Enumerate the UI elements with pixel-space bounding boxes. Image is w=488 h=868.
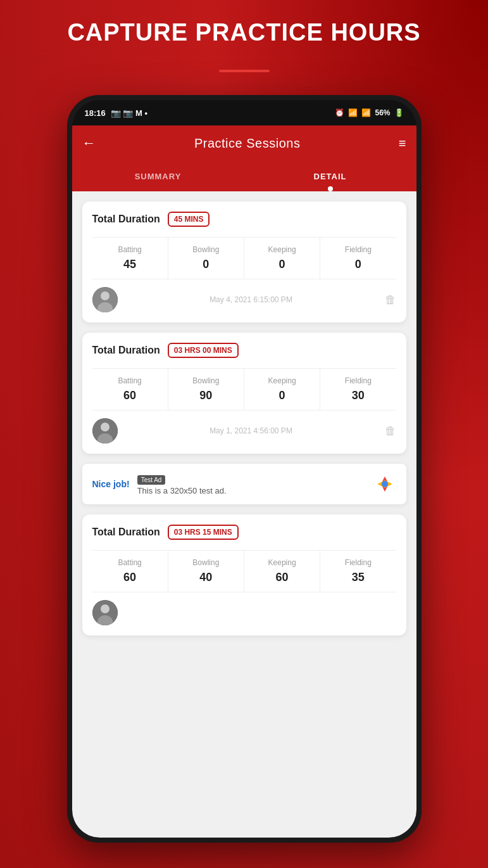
card-2-batting-value: 60 xyxy=(123,389,136,402)
tab-active-indicator xyxy=(328,186,333,191)
card-1-fielding: Fielding 0 xyxy=(320,238,396,279)
card-1-keeping-label: Keeping xyxy=(268,245,296,254)
card-3-bowling-value: 40 xyxy=(199,571,212,584)
card-2-title: Total Duration xyxy=(92,345,160,356)
tab-detail-label: DETAIL xyxy=(314,172,347,181)
card-2-delete-button[interactable]: 🗑 xyxy=(385,424,396,438)
card-1-avatar xyxy=(92,287,118,312)
card-1-keeping-value: 0 xyxy=(279,258,285,271)
svg-point-9 xyxy=(101,604,109,613)
card-3-fielding: Fielding 35 xyxy=(320,551,396,592)
filter-button[interactable]: ≡ xyxy=(399,136,406,151)
card-1-keeping: Keeping 0 xyxy=(244,238,320,279)
tab-detail[interactable]: DETAIL xyxy=(244,161,416,191)
card-2-date: May 1, 2021 4:56:00 PM xyxy=(210,426,292,435)
card-3-badge: 03 HRS 15 MINS xyxy=(168,525,239,540)
card-3-stats: Batting 60 Bowling 40 Keeping 60 Fieldin… xyxy=(92,550,396,592)
card-3-batting: Batting 60 xyxy=(92,551,168,592)
card-1-fielding-value: 0 xyxy=(355,258,361,271)
ad-nice-job: Nice job! xyxy=(92,479,130,489)
phone-mockup: 18:16 📷 📷 M • ⏰ 📶 📶 56% 🔋 ← Practice Ses… xyxy=(67,95,422,843)
card-3-avatar-img xyxy=(92,600,118,625)
session-card-2: Total Duration 03 HRS 00 MINS Batting 60… xyxy=(82,333,406,454)
card-3-bowling-label: Bowling xyxy=(192,558,219,567)
svg-point-4 xyxy=(101,423,109,431)
card-3-fielding-label: Fielding xyxy=(345,558,372,567)
status-left: 18:16 📷 📷 M • xyxy=(85,108,147,118)
card-2-stats: Batting 60 Bowling 90 Keeping 0 Fielding… xyxy=(92,368,396,411)
card-1-header: Total Duration 45 MINS xyxy=(92,212,396,227)
session-card-3: Total Duration 03 HRS 15 MINS Batting 60… xyxy=(82,514,406,635)
card-3-keeping-value: 60 xyxy=(276,571,289,584)
card-3-batting-value: 60 xyxy=(123,571,136,584)
card-1-badge: 45 MINS xyxy=(168,212,210,227)
app-bar-title: Practice Sessions xyxy=(194,136,300,151)
status-bar: 18:16 📷 📷 M • ⏰ 📶 📶 56% 🔋 xyxy=(72,100,416,125)
status-right: ⏰ 📶 📶 56% 🔋 xyxy=(335,108,403,117)
card-2-footer: May 1, 2021 4:56:00 PM 🗑 xyxy=(92,418,396,444)
card-2-fielding-value: 30 xyxy=(352,389,365,402)
card-1-avatar-img xyxy=(92,287,118,312)
card-3-footer xyxy=(92,600,396,625)
card-2-keeping-value: 0 xyxy=(279,389,285,402)
card-2-avatar-img xyxy=(92,418,118,444)
card-2-batting: Batting 60 xyxy=(92,369,168,410)
tab-bar: SUMMARY DETAIL xyxy=(72,161,416,191)
card-1-delete-button[interactable]: 🗑 xyxy=(385,293,396,307)
battery-icon: 🔋 xyxy=(394,108,404,117)
phone-inner: 18:16 📷 📷 M • ⏰ 📶 📶 56% 🔋 ← Practice Ses… xyxy=(72,100,416,838)
card-3-keeping-label: Keeping xyxy=(268,558,296,567)
card-3-fielding-value: 35 xyxy=(352,571,365,584)
ad-text-block: Test Ad This is a 320x50 test ad. xyxy=(137,473,366,495)
card-3-header: Total Duration 03 HRS 15 MINS xyxy=(92,525,396,540)
card-1-fielding-label: Fielding xyxy=(345,245,372,254)
card-2-fielding: Fielding 30 xyxy=(320,369,396,410)
card-3-batting-label: Batting xyxy=(118,558,141,567)
card-1-title: Total Duration xyxy=(92,214,160,225)
ad-label: Test Ad xyxy=(137,475,166,485)
battery-level: 56% xyxy=(375,108,390,117)
wifi-icon: 📶 xyxy=(348,108,358,117)
card-1-bowling-value: 0 xyxy=(203,258,209,271)
ad-banner[interactable]: Nice job! Test Ad This is a 320x50 test … xyxy=(82,464,406,504)
card-2-bowling: Bowling 90 xyxy=(168,369,244,410)
card-3-avatar xyxy=(92,600,118,625)
card-2-keeping: Keeping 0 xyxy=(244,369,320,410)
card-2-bowling-value: 90 xyxy=(199,389,212,402)
ad-description: This is a 320x50 test ad. xyxy=(137,486,366,495)
session-card-1: Total Duration 45 MINS Batting 45 Bowlin… xyxy=(82,201,406,322)
card-1-bowling: Bowling 0 xyxy=(168,238,244,279)
card-1-batting-label: Batting xyxy=(118,245,141,254)
status-time: 18:16 xyxy=(85,108,106,118)
content-area: Total Duration 45 MINS Batting 45 Bowlin… xyxy=(72,191,416,838)
card-3-keeping: Keeping 60 xyxy=(244,551,320,592)
card-1-stats: Batting 45 Bowling 0 Keeping 0 Fielding … xyxy=(92,237,396,279)
signal-icon: 📶 xyxy=(361,108,371,117)
tab-summary[interactable]: SUMMARY xyxy=(72,161,244,191)
svg-point-1 xyxy=(101,291,109,300)
card-1-batting: Batting 45 xyxy=(92,238,168,279)
card-3-title: Total Duration xyxy=(92,527,160,538)
alarm-icon: ⏰ xyxy=(335,108,344,117)
card-2-avatar xyxy=(92,418,118,444)
card-2-keeping-label: Keeping xyxy=(268,376,296,385)
card-2-fielding-label: Fielding xyxy=(345,376,372,385)
app-bar: ← Practice Sessions ≡ xyxy=(72,125,416,161)
status-icons: 📷 📷 M • xyxy=(111,108,147,118)
card-2-bowling-label: Bowling xyxy=(192,376,219,385)
card-2-batting-label: Batting xyxy=(118,376,141,385)
ad-icon xyxy=(373,473,396,495)
card-1-bowling-label: Bowling xyxy=(192,245,219,254)
svg-point-7 xyxy=(382,481,388,487)
header-underline xyxy=(219,70,270,72)
card-1-batting-value: 45 xyxy=(123,258,136,271)
card-1-date: May 4, 2021 6:15:00 PM xyxy=(210,295,292,304)
back-button[interactable]: ← xyxy=(82,135,96,151)
page-header-title: CAPTURE PRACTICE HOURS xyxy=(0,19,488,46)
card-1-footer: May 4, 2021 6:15:00 PM 🗑 xyxy=(92,287,396,312)
card-2-header: Total Duration 03 HRS 00 MINS xyxy=(92,343,396,358)
card-2-badge: 03 HRS 00 MINS xyxy=(168,343,239,358)
card-3-bowling: Bowling 40 xyxy=(168,551,244,592)
tab-summary-label: SUMMARY xyxy=(135,172,182,181)
